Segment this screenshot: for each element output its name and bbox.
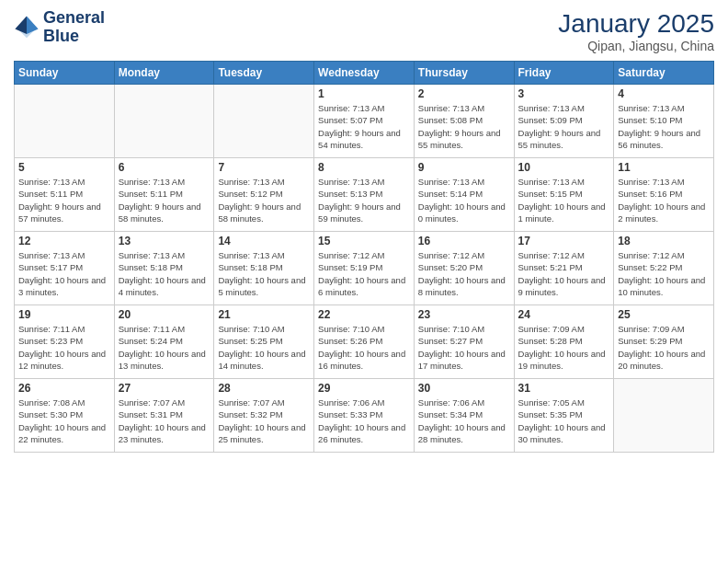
day-info: Sunrise: 7:13 AM Sunset: 5:11 PM Dayligh… — [18, 176, 110, 224]
calendar-cell: 5Sunrise: 7:13 AM Sunset: 5:11 PM Daylig… — [15, 158, 115, 232]
day-number: 22 — [318, 308, 410, 321]
day-number: 16 — [418, 235, 510, 247]
calendar-cell: 24Sunrise: 7:09 AM Sunset: 5:28 PM Dayli… — [514, 305, 614, 379]
title-block: January 2025 Qipan, Jiangsu, China — [558, 9, 714, 53]
day-number: 14 — [218, 235, 310, 247]
day-number: 26 — [18, 382, 110, 395]
calendar-cell — [15, 85, 115, 158]
calendar-cell: 22Sunrise: 7:10 AM Sunset: 5:26 PM Dayli… — [314, 305, 415, 379]
calendar-cell: 15Sunrise: 7:12 AM Sunset: 5:19 PM Dayli… — [314, 232, 415, 305]
day-number: 21 — [218, 308, 310, 321]
calendar-cell: 18Sunrise: 7:12 AM Sunset: 5:22 PM Dayli… — [614, 232, 714, 305]
calendar: Sunday Monday Tuesday Wednesday Thursday… — [14, 61, 714, 453]
day-number: 17 — [518, 235, 610, 247]
calendar-cell: 21Sunrise: 7:10 AM Sunset: 5:25 PM Dayli… — [214, 305, 314, 379]
header-sunday: Sunday — [15, 62, 115, 85]
day-info: Sunrise: 7:09 AM Sunset: 5:29 PM Dayligh… — [618, 323, 710, 372]
day-info: Sunrise: 7:10 AM Sunset: 5:26 PM Dayligh… — [318, 323, 410, 372]
calendar-cell: 8Sunrise: 7:13 AM Sunset: 5:13 PM Daylig… — [314, 158, 415, 232]
logo-line1: General — [43, 9, 105, 28]
calendar-cell — [614, 379, 714, 453]
day-info: Sunrise: 7:10 AM Sunset: 5:25 PM Dayligh… — [218, 323, 310, 372]
calendar-week-1: 5Sunrise: 7:13 AM Sunset: 5:11 PM Daylig… — [15, 158, 714, 232]
header: General Blue January 2025 Qipan, Jiangsu… — [14, 9, 714, 53]
day-number: 23 — [418, 308, 510, 321]
calendar-cell: 3Sunrise: 7:13 AM Sunset: 5:09 PM Daylig… — [514, 85, 614, 158]
day-info: Sunrise: 7:13 AM Sunset: 5:18 PM Dayligh… — [218, 249, 310, 298]
calendar-cell — [214, 85, 314, 158]
calendar-cell: 31Sunrise: 7:05 AM Sunset: 5:35 PM Dayli… — [514, 379, 614, 453]
calendar-cell: 1Sunrise: 7:13 AM Sunset: 5:07 PM Daylig… — [314, 85, 415, 158]
day-info: Sunrise: 7:12 AM Sunset: 5:22 PM Dayligh… — [618, 249, 710, 298]
day-info: Sunrise: 7:12 AM Sunset: 5:19 PM Dayligh… — [318, 249, 410, 298]
day-number: 18 — [618, 235, 710, 247]
day-number: 15 — [318, 235, 410, 247]
weekday-header-row: Sunday Monday Tuesday Wednesday Thursday… — [15, 62, 714, 85]
day-info: Sunrise: 7:11 AM Sunset: 5:24 PM Dayligh… — [119, 323, 210, 372]
day-number: 7 — [218, 161, 310, 174]
day-number: 6 — [119, 161, 210, 174]
logo: General Blue — [14, 9, 105, 46]
day-number: 20 — [119, 308, 210, 321]
header-tuesday: Tuesday — [214, 62, 314, 85]
day-number: 8 — [318, 161, 410, 174]
day-number: 31 — [518, 382, 610, 395]
day-info: Sunrise: 7:08 AM Sunset: 5:30 PM Dayligh… — [18, 396, 110, 445]
day-info: Sunrise: 7:13 AM Sunset: 5:11 PM Dayligh… — [119, 176, 210, 224]
logo-text: General Blue — [43, 9, 105, 46]
day-info: Sunrise: 7:06 AM Sunset: 5:34 PM Dayligh… — [418, 396, 510, 445]
day-info: Sunrise: 7:11 AM Sunset: 5:23 PM Dayligh… — [18, 323, 110, 372]
day-info: Sunrise: 7:13 AM Sunset: 5:18 PM Dayligh… — [119, 249, 210, 298]
day-info: Sunrise: 7:10 AM Sunset: 5:27 PM Dayligh… — [418, 323, 510, 372]
calendar-week-3: 19Sunrise: 7:11 AM Sunset: 5:23 PM Dayli… — [15, 305, 714, 379]
calendar-cell: 9Sunrise: 7:13 AM Sunset: 5:14 PM Daylig… — [414, 158, 514, 232]
day-info: Sunrise: 7:13 AM Sunset: 5:13 PM Dayligh… — [318, 176, 410, 224]
location: Qipan, Jiangsu, China — [558, 39, 714, 53]
month-title: January 2025 — [558, 9, 714, 39]
day-number: 1 — [318, 87, 410, 100]
calendar-cell: 12Sunrise: 7:13 AM Sunset: 5:17 PM Dayli… — [15, 232, 115, 305]
calendar-cell: 30Sunrise: 7:06 AM Sunset: 5:34 PM Dayli… — [414, 379, 514, 453]
calendar-cell: 20Sunrise: 7:11 AM Sunset: 5:24 PM Dayli… — [114, 305, 214, 379]
calendar-cell: 26Sunrise: 7:08 AM Sunset: 5:30 PM Dayli… — [15, 379, 115, 453]
day-info: Sunrise: 7:13 AM Sunset: 5:08 PM Dayligh… — [418, 102, 510, 151]
calendar-cell: 14Sunrise: 7:13 AM Sunset: 5:18 PM Dayli… — [214, 232, 314, 305]
day-number: 30 — [418, 382, 510, 395]
page: General Blue January 2025 Qipan, Jiangsu… — [0, 0, 728, 563]
day-number: 25 — [618, 308, 710, 321]
calendar-cell: 19Sunrise: 7:11 AM Sunset: 5:23 PM Dayli… — [15, 305, 115, 379]
day-number: 24 — [518, 308, 610, 321]
day-number: 10 — [518, 161, 610, 174]
day-number: 19 — [18, 308, 110, 321]
header-thursday: Thursday — [414, 62, 514, 85]
calendar-cell: 7Sunrise: 7:13 AM Sunset: 5:12 PM Daylig… — [214, 158, 314, 232]
calendar-cell: 17Sunrise: 7:12 AM Sunset: 5:21 PM Dayli… — [514, 232, 614, 305]
calendar-week-2: 12Sunrise: 7:13 AM Sunset: 5:17 PM Dayli… — [15, 232, 714, 305]
day-info: Sunrise: 7:13 AM Sunset: 5:09 PM Dayligh… — [518, 102, 610, 151]
header-monday: Monday — [114, 62, 214, 85]
calendar-cell: 6Sunrise: 7:13 AM Sunset: 5:11 PM Daylig… — [114, 158, 214, 232]
day-info: Sunrise: 7:13 AM Sunset: 5:12 PM Dayligh… — [218, 176, 310, 224]
day-number: 12 — [18, 235, 110, 247]
calendar-cell: 27Sunrise: 7:07 AM Sunset: 5:31 PM Dayli… — [114, 379, 214, 453]
calendar-cell: 4Sunrise: 7:13 AM Sunset: 5:10 PM Daylig… — [614, 85, 714, 158]
day-number: 4 — [618, 87, 710, 100]
svg-marker-3 — [15, 16, 27, 34]
calendar-cell: 11Sunrise: 7:13 AM Sunset: 5:16 PM Dayli… — [614, 158, 714, 232]
day-number: 5 — [18, 161, 110, 174]
day-number: 11 — [618, 161, 710, 174]
day-info: Sunrise: 7:13 AM Sunset: 5:07 PM Dayligh… — [318, 102, 410, 151]
day-info: Sunrise: 7:12 AM Sunset: 5:20 PM Dayligh… — [418, 249, 510, 298]
calendar-week-4: 26Sunrise: 7:08 AM Sunset: 5:30 PM Dayli… — [15, 379, 714, 453]
day-info: Sunrise: 7:13 AM Sunset: 5:15 PM Dayligh… — [518, 176, 610, 224]
logo-line2: Blue — [43, 28, 105, 46]
calendar-body: 1Sunrise: 7:13 AM Sunset: 5:07 PM Daylig… — [15, 85, 714, 453]
logo-icon — [14, 15, 40, 40]
day-number: 9 — [418, 161, 510, 174]
day-number: 2 — [418, 87, 510, 100]
day-info: Sunrise: 7:12 AM Sunset: 5:21 PM Dayligh… — [518, 249, 610, 298]
header-friday: Friday — [514, 62, 614, 85]
calendar-cell: 29Sunrise: 7:06 AM Sunset: 5:33 PM Dayli… — [314, 379, 415, 453]
day-number: 27 — [119, 382, 210, 395]
calendar-cell: 16Sunrise: 7:12 AM Sunset: 5:20 PM Dayli… — [414, 232, 514, 305]
